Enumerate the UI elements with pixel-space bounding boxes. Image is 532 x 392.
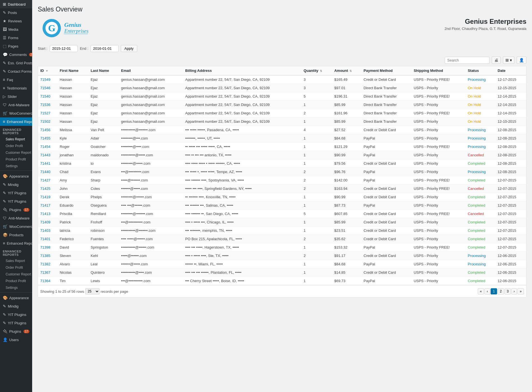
- order-link[interactable]: 71549: [40, 77, 50, 82]
- pagination-first[interactable]: «: [478, 288, 484, 294]
- col-header-id[interactable]: ID ▼: [38, 66, 57, 75]
- order-link[interactable]: 71456: [40, 128, 50, 132]
- sidebar-item-plugins-2[interactable]: 🔌 Plugins 17: [0, 327, 32, 336]
- sidebar-item-contact-forms[interactable]: ✎ Contact Forms: [0, 67, 32, 75]
- sidebar-item-slider[interactable]: ▷ Slider: [0, 92, 32, 101]
- sidebar-item-dashboard[interactable]: ⊞ Dashboard: [0, 0, 32, 8]
- sidebar-item-reviews[interactable]: ★ Reviews: [0, 17, 32, 25]
- order-link[interactable]: 71527: [40, 111, 50, 115]
- sidebar-sub-item-product-profit-2[interactable]: Product Profit: [0, 278, 32, 284]
- order-link[interactable]: 71443: [40, 153, 50, 157]
- order-link[interactable]: 71454: [40, 145, 50, 149]
- pagination-page-1[interactable]: 1: [491, 288, 497, 294]
- pagination-prev[interactable]: ‹: [484, 288, 490, 294]
- sidebar-item-yit-plugins-4[interactable]: ✎ YIT Plugins: [0, 319, 32, 327]
- sidebar-item-woocommerce-1[interactable]: 🛒 WooCommerce: [0, 109, 32, 117]
- order-link[interactable]: 71401: [40, 237, 50, 241]
- sidebar-item-anti-malware-1[interactable]: 🛡 Anti-Malware: [0, 101, 32, 109]
- order-link[interactable]: 71502: [40, 119, 50, 124]
- cell-last-name: Kehl: [88, 252, 119, 260]
- sidebar-sub-item-product-profit-1[interactable]: Product Profit: [0, 156, 32, 163]
- col-header-first-name[interactable]: First Name: [57, 66, 88, 75]
- sidebar-item-yit-plugins-1[interactable]: ✎ YIT Plugins: [0, 189, 32, 197]
- sidebar-sub-item-customer-report-2[interactable]: Customer Report: [0, 271, 32, 278]
- sidebar-item-testimonials[interactable]: ≡ Testimonials: [0, 84, 32, 92]
- cell-amount: $161.96: [332, 109, 361, 117]
- svg-text:Enterprises: Enterprises: [64, 28, 88, 34]
- order-link[interactable]: 71536: [40, 103, 50, 107]
- sidebar-sub-item-settings-1[interactable]: Settings: [0, 163, 32, 169]
- pagination-page-2[interactable]: 2: [498, 288, 504, 294]
- sidebar-item-mindig-2[interactable]: ✎ Mindig: [0, 302, 32, 310]
- order-link[interactable]: 71440: [40, 170, 50, 174]
- col-header-billing-address[interactable]: Billing Address: [183, 66, 302, 75]
- col-header-shipping-method[interactable]: Shipping Method: [412, 66, 465, 75]
- sidebar-item-yit-plugins-3[interactable]: ✎ YIT Plugins: [0, 310, 32, 319]
- col-header-payment-method[interactable]: Payment Method: [361, 66, 412, 75]
- order-link[interactable]: 71385: [40, 254, 50, 258]
- order-link[interactable]: 71413: [40, 212, 50, 216]
- start-date-input[interactable]: [50, 45, 78, 52]
- col-header-date[interactable]: Date: [495, 66, 526, 75]
- sidebar-item-plugins-1[interactable]: 🔌 Plugins 17: [0, 206, 32, 214]
- sidebar-item-enhanced-reports-2[interactable]: ≡ Enhanced Reports: [0, 239, 32, 247]
- sidebar-item-appearance-2[interactable]: 🎨 Appearance: [0, 294, 32, 302]
- cell-last-name: robinson: [88, 226, 119, 235]
- print-button[interactable]: 🖨: [492, 56, 501, 64]
- order-link[interactable]: 71540: [40, 94, 50, 98]
- col-header-email[interactable]: Email: [119, 66, 183, 75]
- sidebar-sub-item-order-profit-1[interactable]: Order Profit: [0, 143, 32, 149]
- sidebar-item-pages[interactable]: ⬚ Pages: [0, 42, 32, 50]
- sidebar-item-enhanced-reports-1[interactable]: ≡ Enhanced Reports: [0, 117, 32, 126]
- sidebar-item-faq[interactable]: ≡ Faq: [0, 75, 32, 84]
- sidebar-item-appearance-1[interactable]: 🎨 Appearance: [0, 172, 32, 180]
- order-link[interactable]: 71419: [40, 195, 50, 199]
- table-footer: Showing 1 to 25 of 56 rows 25 50 100 rec…: [38, 285, 526, 297]
- sidebar-item-forms[interactable]: ☰ Forms: [0, 34, 32, 42]
- sidebar-item-posts[interactable]: ✎ Posts: [0, 8, 32, 17]
- order-link[interactable]: 71546: [40, 86, 50, 90]
- search-input[interactable]: [445, 57, 490, 64]
- cell-email: •••• •••@••••••.com: [119, 201, 183, 210]
- order-link[interactable]: 71441: [40, 161, 50, 166]
- sidebar-sub-item-customer-report-1[interactable]: Customer Report: [0, 149, 32, 156]
- sidebar-item-users[interactable]: 👤 Users: [0, 336, 32, 344]
- per-page-select[interactable]: 25 50 100: [85, 288, 100, 294]
- end-date-input[interactable]: [91, 45, 119, 52]
- pagination-last[interactable]: »: [517, 288, 524, 294]
- pagination-next[interactable]: ›: [511, 288, 517, 294]
- order-link[interactable]: 71382: [40, 262, 50, 266]
- order-link[interactable]: 71425: [40, 186, 50, 191]
- order-link[interactable]: 71403: [40, 228, 50, 233]
- order-link[interactable]: 71409: [40, 220, 50, 224]
- cell-last-name: Sharp: [88, 176, 119, 185]
- sidebar-item-ess-grid-posts[interactable]: ✎ Ess. Grid Posts: [0, 59, 32, 67]
- sidebar-sub-item-order-profit-2[interactable]: Order Profit: [0, 264, 32, 271]
- order-link[interactable]: 71367: [40, 270, 50, 275]
- col-header-quantity[interactable]: Quantity ⇅: [301, 66, 332, 75]
- order-link[interactable]: 71417: [40, 203, 50, 207]
- sidebar-item-woocommerce-2[interactable]: 🛒 WooCommerce: [0, 222, 32, 231]
- col-header-last-name[interactable]: Last Name: [88, 66, 119, 75]
- apply-button[interactable]: Apply: [121, 45, 137, 52]
- order-link[interactable]: 71398: [40, 245, 50, 249]
- data-table-wrap: ID ▼ First Name Last Name Email Billing …: [38, 66, 526, 297]
- order-link[interactable]: 71427: [40, 178, 50, 182]
- sidebar-item-anti-malware-2[interactable]: 🛡 Anti-Malware: [0, 214, 32, 222]
- sidebar-item-yit-plugins-2[interactable]: ✎ YIT Plugins: [0, 197, 32, 206]
- col-header-status[interactable]: Status: [465, 66, 495, 75]
- col-header-amount[interactable]: Amount ⇅: [332, 66, 361, 75]
- sidebar-item-comments[interactable]: 💬 Comments 29: [0, 50, 32, 59]
- sidebar-item-media[interactable]: 🖼 Media: [0, 25, 32, 34]
- pagination-page-3[interactable]: 3: [505, 288, 511, 294]
- order-link[interactable]: 71455: [40, 136, 50, 140]
- order-link[interactable]: 71364: [40, 279, 50, 283]
- sidebar-sub-item-settings-2[interactable]: Settings: [0, 284, 32, 291]
- grid-view-button[interactable]: ⊞ ▾: [503, 56, 514, 64]
- sidebar-sub-item-sales-report-2[interactable]: Sales Report: [0, 258, 32, 264]
- user-settings-button[interactable]: 👤: [517, 56, 526, 64]
- sidebar-item-products[interactable]: 📦 Products: [0, 231, 32, 239]
- sidebar-sub-item-sales-report-1[interactable]: Sales Report: [0, 136, 32, 143]
- sidebar-item-mindig-1[interactable]: ✎ Mindig: [0, 180, 32, 189]
- cell-billing-address: PO Box 215, Apalachicola, FL, •••••: [183, 235, 302, 243]
